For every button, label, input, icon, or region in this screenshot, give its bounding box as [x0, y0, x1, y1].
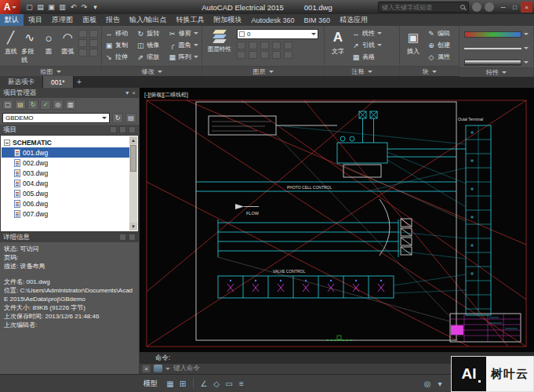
scroll-down-icon[interactable]: ▼ [129, 223, 137, 230]
project-refresh-icon[interactable]: ↻ [112, 113, 123, 123]
layer-isolate-icon[interactable] [249, 42, 257, 49]
help-icon[interactable] [485, 2, 494, 12]
spline-icon[interactable] [89, 39, 98, 47]
copy-button[interactable]: ▣复制 [104, 39, 136, 51]
lineweight-dropdown[interactable] [464, 57, 529, 67]
command-close-icon[interactable]: × [142, 365, 151, 373]
annotation-scale-icon[interactable]: ◎ [421, 379, 434, 388]
ribbon-tab-schematic[interactable]: 原理图 [47, 14, 78, 26]
projects-filter-icon[interactable] [110, 126, 117, 133]
project-plot-icon[interactable]: ▥ [65, 100, 76, 110]
point-icon[interactable] [78, 49, 87, 56]
circle-button[interactable]: ○ 圆 [41, 27, 57, 66]
tree-file-002[interactable]: 002.dwg [2, 158, 129, 168]
tree-file-001[interactable]: 001.dwg [2, 147, 129, 158]
panel-modify-label[interactable]: 修改 [102, 66, 202, 76]
layer-delete-icon[interactable] [284, 51, 292, 59]
edit-block-button[interactable]: ✎编辑 [427, 27, 451, 39]
linear-dimension-button[interactable]: ↔线性 [351, 27, 383, 39]
layer-merge-icon[interactable] [272, 51, 281, 59]
close-button[interactable]: × [521, 2, 532, 13]
attributes-button[interactable]: ◇属性 [427, 51, 451, 63]
stretch-button[interactable]: ↘拉伸 [104, 51, 136, 63]
minimize-button[interactable]: ─ [497, 2, 509, 13]
open-project-icon[interactable]: ▤ [15, 100, 26, 110]
osnap-toggle-icon[interactable]: ▭ [223, 379, 235, 388]
linetype-dropdown[interactable] [464, 43, 529, 53]
scale-button[interactable]: ⇗缩放 [136, 51, 167, 63]
project-list-icon[interactable]: ▤ [125, 113, 136, 123]
tree-node-schematic[interactable]: SCHEMATIC [2, 137, 129, 147]
open-file-icon[interactable]: ▤ [35, 2, 45, 13]
scroll-up-icon[interactable]: ▲ [129, 136, 137, 144]
command-customize-icon[interactable] [154, 365, 162, 372]
panel-annotate-label[interactable]: 注释 [325, 66, 399, 76]
polar-toggle-icon[interactable]: ◇ [210, 379, 223, 388]
tree-scrollbar[interactable]: ▲ ▼ [129, 136, 137, 230]
plot-icon[interactable]: ▥ [57, 2, 67, 13]
tree-file-005[interactable]: 005.dwg [2, 188, 129, 198]
rectangle-icon[interactable] [78, 30, 87, 38]
text-button[interactable]: A 文字 [327, 27, 349, 66]
polyline-button[interactable]: ∿ 多段线 [21, 27, 38, 66]
layer-properties-button[interactable]: 图层特性 [205, 27, 234, 66]
panel-layers-label[interactable]: 图层 [202, 66, 324, 76]
refresh-project-icon[interactable]: ↻ [27, 100, 38, 110]
tab-start[interactable]: 新选项卡 [0, 76, 43, 88]
undo-icon[interactable]: ↶ [68, 2, 78, 13]
ellipse-icon[interactable] [89, 30, 98, 38]
collapse-icon[interactable] [4, 140, 10, 146]
tree-file-007[interactable]: 007.dwg [2, 209, 129, 219]
panel-block-label[interactable]: 块 [400, 66, 459, 76]
scrollbar-thumb[interactable] [130, 145, 136, 172]
app-menu-button[interactable]: A [0, 0, 20, 14]
layer-state-icon[interactable] [249, 51, 257, 59]
snap-toggle-icon[interactable]: ⊞ [176, 379, 189, 388]
search-input[interactable] [382, 4, 458, 11]
details-expand-icon[interactable] [129, 234, 136, 241]
model-space-button[interactable]: 模型 [143, 379, 158, 389]
layer-off-icon[interactable] [237, 42, 245, 49]
command-recent-icon[interactable] [165, 368, 170, 370]
ribbon-tab-a360[interactable]: Autodesk 360 [247, 14, 300, 26]
trim-button[interactable]: ✂修剪 [168, 27, 199, 39]
line-button[interactable]: ╱ 直线 [2, 27, 19, 66]
array-button[interactable]: ▦阵列 [168, 51, 199, 63]
panel-draw-label[interactable]: 绘图 [0, 66, 101, 76]
projects-view-icon[interactable] [129, 126, 136, 133]
hatch-icon[interactable] [78, 39, 87, 47]
create-block-button[interactable]: ⊕创建 [427, 39, 451, 51]
leader-button[interactable]: ↗引线 [351, 39, 383, 51]
save-file-icon[interactable]: ▣ [46, 2, 56, 13]
a360-account-icon[interactable] [472, 2, 481, 12]
grid-toggle-icon[interactable]: ▦ [164, 379, 176, 388]
layer-prev-icon[interactable] [237, 51, 245, 59]
tree-file-003[interactable]: 003.dwg [2, 168, 129, 178]
table-button[interactable]: ▦表格 [351, 51, 383, 63]
region-icon[interactable] [89, 49, 98, 56]
layer-walk-icon[interactable] [260, 51, 269, 59]
new-drawing-tab-icon[interactable]: + [74, 76, 85, 88]
ribbon-tab-bim360[interactable]: BIM 360 [300, 14, 336, 26]
fillet-button[interactable]: ╭圆角 [168, 39, 199, 51]
insert-block-button[interactable]: ▣ 插入 [402, 27, 424, 66]
projects-sort-icon[interactable] [119, 126, 126, 133]
lineweight-toggle-icon[interactable]: ≡ [235, 379, 248, 388]
layer-selector[interactable]: 0 [237, 29, 318, 39]
ribbon-tab-conversion[interactable]: 转换工具 [172, 14, 209, 26]
palette-menu-icon[interactable]: ▾ [125, 89, 129, 96]
new-file-icon[interactable]: ▢ [24, 2, 35, 13]
mirror-button[interactable]: ◫镜像 [136, 39, 167, 51]
project-check-icon[interactable]: ✓ [40, 100, 51, 110]
maximize-button[interactable]: □ [509, 2, 521, 13]
new-project-icon[interactable]: ▢ [2, 100, 13, 110]
ribbon-tab-panel[interactable]: 面板 [78, 14, 101, 26]
panel-properties-label[interactable]: 特性 [460, 67, 533, 77]
workspace-switch-icon[interactable]: ▾ [434, 379, 446, 388]
ribbon-tab-io[interactable]: 输入/输出点 [125, 14, 172, 26]
rotate-button[interactable]: ↻旋转 [136, 27, 167, 39]
qat-dropdown-icon[interactable]: ▾ [90, 2, 100, 13]
move-button[interactable]: ↔移动 [104, 27, 136, 39]
search-icon[interactable] [460, 5, 465, 9]
tree-file-006[interactable]: 006.dwg [2, 198, 129, 209]
